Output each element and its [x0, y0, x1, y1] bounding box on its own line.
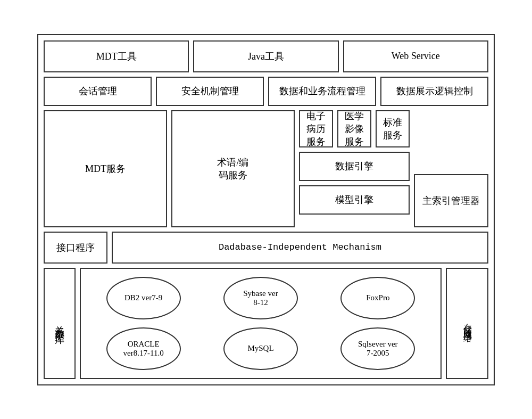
data-flow-mgmt-box: 数据和业务流程管理 [268, 77, 376, 106]
web-service-box: Web Service [343, 40, 488, 72]
dianzi-service-label: 电子病历服务 [305, 110, 327, 148]
relational-db-label: 关系数据库 [44, 268, 76, 379]
main-index-box: 主索引管理器 [414, 174, 488, 227]
main-index-label: 主索引管理器 [422, 194, 480, 207]
db2-label: DB2 ver7-9 [124, 293, 162, 302]
data-engine-label: 数据引擎 [335, 160, 373, 172]
storage-label: 存储区域网络 [462, 317, 473, 330]
session-mgmt-label: 会话管理 [79, 85, 117, 97]
shuyu-service-label: 术语/编码服务 [217, 156, 248, 182]
dianzi-service-box: 电子病历服务 [299, 110, 333, 147]
security-mgmt-box: 安全机制管理 [156, 77, 264, 106]
data-display-label: 数据展示逻辑控制 [396, 85, 473, 97]
session-mgmt-box: 会话管理 [44, 77, 152, 106]
model-engine-label: 模型引擎 [335, 193, 373, 206]
web-service-label: Web Service [392, 51, 440, 62]
data-engine-box: 数据引擎 [299, 152, 410, 181]
mysql-box: MySQL [223, 327, 298, 370]
top-services-row: 电子病历服务 医学影像服务 标准服务 [299, 110, 410, 147]
row3-services: MDT服务 术语/编码服务 电子病历服务 医学影像服务 标准服务 数据 [44, 110, 488, 227]
foxpro-box: FoxPro [340, 277, 415, 319]
main-index-container: 主索引管理器 [414, 110, 488, 227]
shuyu-service-box: 术语/编码服务 [171, 110, 295, 227]
row4-interface: 接口程序 Dadabase-Independent Mechanism [44, 232, 488, 264]
db-mechanism-box: Dadabase-Independent Mechanism [112, 232, 488, 264]
oracle-box: ORACLEver8.17-11.0 [106, 327, 181, 370]
model-engine-box: 模型引擎 [299, 185, 410, 215]
security-mgmt-label: 安全机制管理 [181, 85, 239, 97]
biaozhun-service-label: 标准服务 [382, 116, 403, 142]
java-tool-box: Java工具 [193, 40, 338, 72]
yixue-service-box: 医学影像服务 [337, 110, 371, 147]
data-flow-mgmt-label: 数据和业务流程管理 [279, 85, 365, 97]
interface-label: 接口程序 [56, 241, 95, 254]
row2-management: 会话管理 安全机制管理 数据和业务流程管理 数据展示逻辑控制 [44, 77, 488, 106]
sqlserver-label: Sqlsever ver7-2005 [358, 340, 398, 358]
db2-box: DB2 ver7-9 [106, 277, 181, 319]
yixue-service-label: 医学影像服务 [344, 110, 365, 148]
mdt-tool-label: MDT工具 [96, 50, 137, 63]
row5-databases: 关系数据库 DB2 ver7-9 Sybase ver8-12 FoxPro O… [44, 268, 488, 379]
sqlserver-box: Sqlsever ver7-2005 [340, 327, 415, 370]
mdt-tool-box: MDT工具 [44, 40, 189, 72]
biaozhun-service-box: 标准服务 [376, 110, 410, 147]
java-tool-label: Java工具 [248, 50, 284, 63]
diagram-container: MDT工具 Java工具 Web Service 会话管理 安全机制管理 数据和… [37, 34, 495, 385]
db-grid: DB2 ver7-9 Sybase ver8-12 FoxPro ORACLEv… [80, 268, 442, 379]
mdt-service-box: MDT服务 [44, 110, 167, 227]
oracle-label: ORACLEver8.17-11.0 [123, 340, 164, 358]
row1-tools: MDT工具 Java工具 Web Service [44, 40, 488, 72]
interface-box: 接口程序 [44, 232, 107, 264]
foxpro-label: FoxPro [366, 293, 389, 302]
sybase-box: Sybase ver8-12 [223, 277, 298, 319]
sybase-label: Sybase ver8-12 [243, 289, 278, 307]
data-display-box: 数据展示逻辑控制 [380, 77, 488, 106]
center-services: 电子病历服务 医学影像服务 标准服务 数据引擎 模型引擎 [299, 110, 410, 227]
mysql-label: MySQL [247, 344, 273, 353]
mdt-service-label: MDT服务 [85, 162, 126, 175]
storage-box: 存储区域网络 [446, 268, 488, 379]
db-mechanism-label: Dadabase-Independent Mechanism [219, 242, 381, 252]
